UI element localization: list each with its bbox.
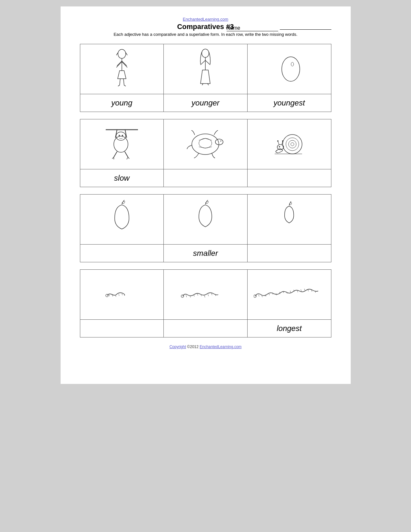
row-1-word-3: youngest — [247, 94, 331, 112]
row-4-table: longest — [80, 269, 331, 337]
svg-point-0 — [118, 49, 126, 58]
row-3-word-1 — [80, 245, 164, 262]
svg-line-37 — [199, 138, 205, 140]
svg-marker-6 — [118, 71, 126, 79]
svg-point-46 — [291, 143, 294, 146]
svg-point-27 — [119, 135, 120, 136]
svg-line-10 — [124, 85, 126, 86]
svg-line-8 — [123, 79, 124, 85]
row-4-word-2 — [164, 320, 248, 337]
svg-line-34 — [128, 157, 129, 159]
svg-point-52 — [279, 146, 280, 147]
svg-line-39 — [199, 147, 205, 148]
row-4-img-1 — [80, 270, 164, 320]
row-1-img-1 — [80, 44, 164, 94]
svg-line-33 — [127, 157, 128, 159]
page-footer: Copyright ©2012 EnchantedLearning.com — [80, 345, 331, 349]
svg-line-15 — [201, 60, 205, 65]
svg-point-35 — [192, 134, 219, 155]
row-2-word-1: slow — [80, 169, 164, 187]
row-1-table: young younger youngest — [80, 44, 331, 112]
row-4-word-1 — [80, 320, 164, 337]
svg-line-11 — [116, 62, 122, 67]
svg-point-51 — [282, 140, 283, 142]
svg-point-56 — [254, 295, 256, 297]
worksheet-page: EnchantedLearning.com Comparatives #3 Ea… — [61, 6, 351, 384]
footer-site-link[interactable]: EnchantedLearning.com — [200, 345, 241, 349]
svg-point-28 — [122, 135, 123, 136]
row-2-img-1 — [80, 119, 164, 169]
row-2-word-3 — [247, 169, 331, 187]
row-4-img-2 — [164, 270, 248, 320]
svg-point-42 — [220, 141, 221, 142]
row-4-word-3: longest — [247, 320, 331, 337]
row-4-img-3 — [247, 270, 331, 320]
svg-line-40 — [205, 147, 212, 148]
row-1-word-1: young — [80, 94, 164, 112]
svg-line-30 — [125, 152, 128, 157]
row-3-img-3 — [247, 195, 331, 245]
page-subtitle: Each adjective has a comparative and a s… — [80, 32, 331, 37]
row-2-word-2 — [164, 169, 248, 187]
site-link[interactable]: EnchantedLearning.com — [80, 16, 331, 22]
worksheet-content: young younger youngest — [80, 44, 331, 337]
svg-point-43 — [283, 135, 302, 154]
svg-line-16 — [205, 60, 210, 65]
row-3-table: smaller — [80, 194, 331, 262]
row-3-img-1 — [80, 195, 164, 245]
svg-point-55 — [181, 295, 184, 297]
svg-line-4 — [117, 61, 122, 66]
copyright-link[interactable]: Copyright — [170, 345, 186, 349]
svg-marker-17 — [201, 70, 210, 84]
svg-point-21 — [291, 62, 294, 66]
svg-line-38 — [205, 138, 212, 140]
row-2-img-3 — [247, 119, 331, 169]
svg-point-41 — [215, 139, 223, 145]
copyright-year: ©2012 — [187, 345, 199, 349]
svg-line-7 — [120, 79, 120, 85]
svg-point-20 — [282, 57, 300, 81]
svg-line-12 — [122, 62, 127, 67]
svg-line-9 — [118, 85, 120, 86]
svg-point-13 — [202, 49, 209, 57]
svg-point-54 — [106, 294, 108, 297]
row-2-img-2 — [164, 119, 248, 169]
row-2-table: slow — [80, 119, 331, 187]
svg-line-29 — [114, 152, 117, 157]
name-field: Name — [225, 25, 331, 31]
row-3-word-3 — [247, 245, 331, 262]
row-1-img-3 — [247, 44, 331, 94]
row-1-img-2 — [164, 44, 248, 94]
svg-line-5 — [122, 61, 127, 66]
row-3-img-2 — [164, 195, 248, 245]
svg-point-44 — [286, 138, 299, 151]
svg-point-50 — [277, 140, 279, 142]
row-3-word-2: smaller — [164, 245, 248, 262]
row-1-word-2: younger — [164, 94, 248, 112]
svg-line-48 — [278, 141, 279, 145]
svg-point-45 — [289, 140, 296, 148]
